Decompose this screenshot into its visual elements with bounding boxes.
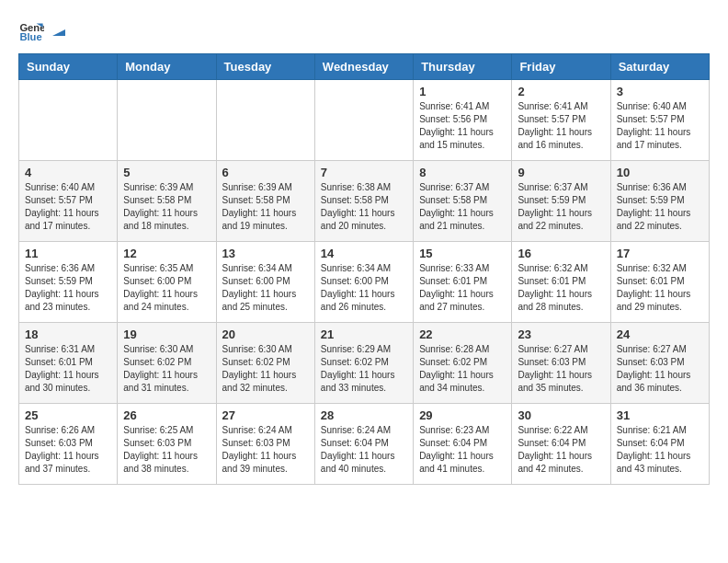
day-number: 3 [617,85,703,98]
day-info: Sunrise: 6:31 AM Sunset: 6:01 PM Dayligh… [25,343,111,395]
logo: General Blue [18,18,65,44]
day-info: Sunrise: 6:30 AM Sunset: 6:02 PM Dayligh… [222,343,309,395]
day-info: Sunrise: 6:28 AM Sunset: 6:02 PM Dayligh… [419,343,506,395]
day-info: Sunrise: 6:37 AM Sunset: 5:59 PM Dayligh… [518,181,604,233]
calendar-cell: 8Sunrise: 6:37 AM Sunset: 5:58 PM Daylig… [414,161,512,242]
day-info: Sunrise: 6:22 AM Sunset: 6:04 PM Dayligh… [518,424,604,476]
day-header-monday: Monday [118,54,216,80]
calendar-cell [216,80,314,161]
calendar-cell: 7Sunrise: 6:38 AM Sunset: 5:58 PM Daylig… [314,161,413,242]
day-info: Sunrise: 6:33 AM Sunset: 6:01 PM Dayligh… [419,262,506,314]
day-info: Sunrise: 6:25 AM Sunset: 6:03 PM Dayligh… [123,424,210,476]
day-number: 16 [518,247,604,260]
calendar-cell: 10Sunrise: 6:36 AM Sunset: 5:59 PM Dayli… [610,161,709,242]
calendar-cell: 19Sunrise: 6:30 AM Sunset: 6:02 PM Dayli… [118,323,216,404]
day-info: Sunrise: 6:29 AM Sunset: 6:02 PM Dayligh… [321,343,407,395]
logo-icon: General Blue [18,18,44,44]
day-number: 1 [419,85,506,98]
calendar-week-row: 11Sunrise: 6:36 AM Sunset: 5:59 PM Dayli… [19,242,710,323]
calendar-cell: 15Sunrise: 6:33 AM Sunset: 6:01 PM Dayli… [414,242,512,323]
day-number: 18 [25,327,111,341]
calendar-cell: 11Sunrise: 6:36 AM Sunset: 5:59 PM Dayli… [19,242,118,323]
calendar-cell: 17Sunrise: 6:32 AM Sunset: 6:01 PM Dayli… [610,242,709,323]
calendar-cell: 30Sunrise: 6:22 AM Sunset: 6:04 PM Dayli… [512,404,610,485]
calendar-cell: 27Sunrise: 6:24 AM Sunset: 6:03 PM Dayli… [216,404,314,485]
day-number: 30 [518,408,604,422]
calendar-cell: 13Sunrise: 6:34 AM Sunset: 6:00 PM Dayli… [216,242,314,323]
day-number: 14 [321,247,407,260]
day-number: 10 [617,166,703,179]
day-info: Sunrise: 6:30 AM Sunset: 6:02 PM Dayligh… [123,343,210,395]
calendar-cell: 4Sunrise: 6:40 AM Sunset: 5:57 PM Daylig… [19,161,118,242]
day-header-saturday: Saturday [610,54,709,80]
day-info: Sunrise: 6:35 AM Sunset: 6:00 PM Dayligh… [123,262,210,314]
calendar-week-row: 4Sunrise: 6:40 AM Sunset: 5:57 PM Daylig… [19,161,710,242]
day-info: Sunrise: 6:40 AM Sunset: 5:57 PM Dayligh… [25,181,111,233]
day-number: 7 [321,166,407,179]
svg-marker-3 [52,29,65,36]
calendar-header-row: SundayMondayTuesdayWednesdayThursdayFrid… [19,54,710,80]
day-number: 21 [321,327,407,341]
day-info: Sunrise: 6:41 AM Sunset: 5:57 PM Dayligh… [518,100,604,152]
day-number: 20 [222,327,309,341]
day-info: Sunrise: 6:21 AM Sunset: 6:04 PM Dayligh… [617,424,703,476]
day-number: 17 [617,247,703,260]
day-number: 19 [123,327,210,341]
day-number: 2 [518,85,604,98]
day-number: 25 [25,408,111,422]
calendar-cell: 22Sunrise: 6:28 AM Sunset: 6:02 PM Dayli… [414,323,512,404]
calendar-week-row: 18Sunrise: 6:31 AM Sunset: 6:01 PM Dayli… [19,323,710,404]
calendar-cell [118,80,216,161]
calendar-cell: 29Sunrise: 6:23 AM Sunset: 6:04 PM Dayli… [414,404,512,485]
day-number: 12 [123,247,210,260]
day-header-tuesday: Tuesday [216,54,314,80]
day-header-thursday: Thursday [414,54,512,80]
calendar-cell: 24Sunrise: 6:27 AM Sunset: 6:03 PM Dayli… [610,323,709,404]
day-number: 27 [222,408,309,422]
calendar-cell: 9Sunrise: 6:37 AM Sunset: 5:59 PM Daylig… [512,161,610,242]
day-info: Sunrise: 6:27 AM Sunset: 6:03 PM Dayligh… [617,343,703,395]
calendar-cell [19,80,118,161]
calendar-cell: 5Sunrise: 6:39 AM Sunset: 5:58 PM Daylig… [118,161,216,242]
day-number: 28 [321,408,407,422]
day-number: 6 [222,166,309,179]
calendar-cell: 14Sunrise: 6:34 AM Sunset: 6:00 PM Dayli… [314,242,413,323]
day-info: Sunrise: 6:24 AM Sunset: 6:04 PM Dayligh… [321,424,407,476]
day-info: Sunrise: 6:24 AM Sunset: 6:03 PM Dayligh… [222,424,309,476]
page-header: General Blue [18,18,710,44]
day-info: Sunrise: 6:39 AM Sunset: 5:58 PM Dayligh… [222,181,309,233]
calendar-cell: 3Sunrise: 6:40 AM Sunset: 5:57 PM Daylig… [610,80,709,161]
day-info: Sunrise: 6:41 AM Sunset: 5:56 PM Dayligh… [419,100,506,152]
calendar-week-row: 25Sunrise: 6:26 AM Sunset: 6:03 PM Dayli… [19,404,710,485]
calendar-cell: 21Sunrise: 6:29 AM Sunset: 6:02 PM Dayli… [314,323,413,404]
day-number: 13 [222,247,309,260]
calendar-cell: 26Sunrise: 6:25 AM Sunset: 6:03 PM Dayli… [118,404,216,485]
day-number: 29 [419,408,506,422]
day-number: 22 [419,327,506,341]
day-number: 23 [518,327,604,341]
day-info: Sunrise: 6:38 AM Sunset: 5:58 PM Dayligh… [321,181,407,233]
day-info: Sunrise: 6:27 AM Sunset: 6:03 PM Dayligh… [518,343,604,395]
calendar-cell: 31Sunrise: 6:21 AM Sunset: 6:04 PM Dayli… [610,404,709,485]
day-number: 11 [25,247,111,260]
day-info: Sunrise: 6:40 AM Sunset: 5:57 PM Dayligh… [617,100,703,152]
calendar-cell: 1Sunrise: 6:41 AM Sunset: 5:56 PM Daylig… [414,80,512,161]
day-info: Sunrise: 6:23 AM Sunset: 6:04 PM Dayligh… [419,424,506,476]
calendar-cell: 28Sunrise: 6:24 AM Sunset: 6:04 PM Dayli… [314,404,413,485]
day-number: 26 [123,408,210,422]
day-header-friday: Friday [512,54,610,80]
calendar-cell: 2Sunrise: 6:41 AM Sunset: 5:57 PM Daylig… [512,80,610,161]
calendar-table: SundayMondayTuesdayWednesdayThursdayFrid… [18,53,710,485]
day-info: Sunrise: 6:36 AM Sunset: 5:59 PM Dayligh… [25,262,111,314]
day-info: Sunrise: 6:39 AM Sunset: 5:58 PM Dayligh… [123,181,210,233]
day-number: 5 [123,166,210,179]
calendar-cell: 18Sunrise: 6:31 AM Sunset: 6:01 PM Dayli… [19,323,118,404]
day-number: 15 [419,247,506,260]
logo-triangle-icon [49,23,65,40]
svg-text:Blue: Blue [19,31,41,42]
calendar-cell: 12Sunrise: 6:35 AM Sunset: 6:00 PM Dayli… [118,242,216,323]
calendar-cell: 23Sunrise: 6:27 AM Sunset: 6:03 PM Dayli… [512,323,610,404]
calendar-cell: 16Sunrise: 6:32 AM Sunset: 6:01 PM Dayli… [512,242,610,323]
day-info: Sunrise: 6:34 AM Sunset: 6:00 PM Dayligh… [222,262,309,314]
calendar-cell: 6Sunrise: 6:39 AM Sunset: 5:58 PM Daylig… [216,161,314,242]
